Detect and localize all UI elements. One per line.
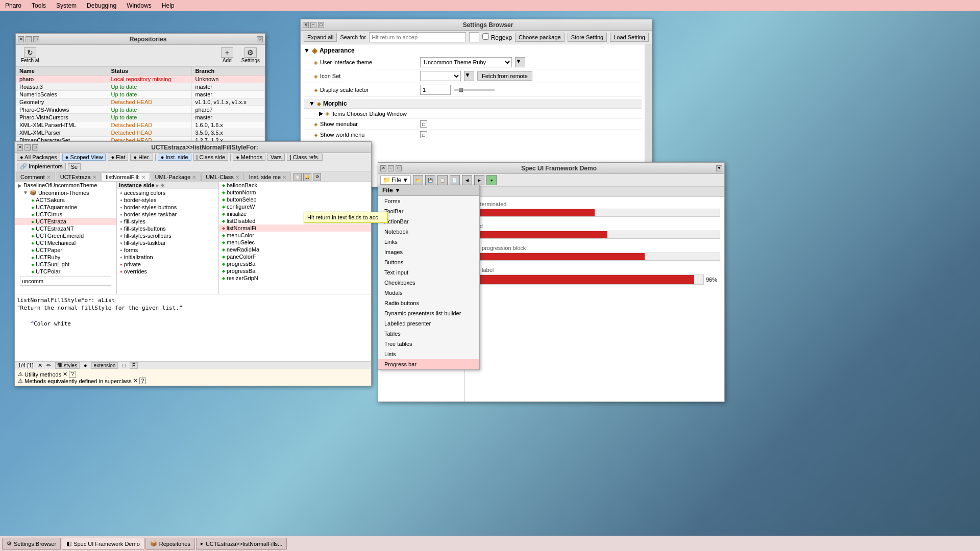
nav-methods[interactable]: ● Methods [233, 154, 265, 161]
mid-item-fill-styles-taskbar[interactable]: ● fill-styles-taskbar [117, 239, 218, 246]
worldmenu-checkbox[interactable]: □ [420, 131, 427, 138]
status-close[interactable]: ✕ [38, 362, 42, 369]
repos-maximize[interactable]: □ [33, 36, 39, 42]
file-menu-forms[interactable]: Forms [378, 196, 479, 206]
file-menu-btn[interactable]: 📁 File ▼ [380, 176, 411, 185]
tab-extra2[interactable]: 🔔 [303, 173, 311, 181]
tree-item-actsakura[interactable]: ● ACTSakura [15, 196, 116, 204]
store-setting-btn[interactable]: Store Setting [568, 33, 607, 42]
mid-item-overrides[interactable]: ● overrides [117, 268, 218, 275]
scale-input[interactable] [420, 85, 451, 95]
settings-maximize[interactable]: □ [318, 22, 324, 28]
toolbar-copy[interactable]: 📋 [437, 175, 448, 185]
menu-pharo[interactable]: Pharo [0, 1, 27, 10]
mid-item-private[interactable]: ● private [117, 261, 218, 268]
mid-item-fill-styles-scrollbars[interactable]: ● fill-styles-scrollbars [117, 232, 218, 239]
menu-system[interactable]: System [51, 1, 82, 10]
toolbar-paste[interactable]: 📄 [450, 175, 460, 185]
settings-search-input[interactable] [369, 32, 466, 42]
tree-item-uctsunlight[interactable]: ● UCTSunLight [15, 261, 116, 268]
file-menu-links[interactable]: Links [378, 237, 479, 247]
file-menu-tree-tables[interactable]: Tree tables [378, 339, 479, 349]
tab-listnormal-close[interactable]: ✕ [141, 174, 145, 180]
code-editor[interactable]: listNormalFillStyleFor: aList "Return th… [15, 294, 371, 361]
file-menu-tables[interactable]: Tables [378, 329, 479, 339]
choose-package-btn[interactable]: Choose package [515, 33, 565, 42]
mid-item-forms[interactable]: ● forms [117, 246, 218, 254]
file-menu-actionbar[interactable]: ActionBar [378, 216, 479, 227]
theme-dropdown[interactable]: Uncommon Theme Ruby [420, 57, 512, 67]
nav-flat[interactable]: ● Flat [108, 154, 128, 161]
file-menu-buttons[interactable]: Buttons [378, 257, 479, 267]
settings-btn[interactable]: ⚙ Settings [239, 46, 262, 64]
warning-x-2[interactable]: ✕ [133, 378, 138, 384]
fetch-btn[interactable]: ↻ Fetch al [19, 46, 41, 64]
repos-collapse[interactable]: ▽ [257, 36, 263, 42]
iconset-dropdown-arrow[interactable]: ▼ [464, 71, 474, 81]
menu-help[interactable]: Help [157, 1, 180, 10]
search-dropdown[interactable] [469, 32, 479, 42]
right-item-menuSelec[interactable]: ◆ menuSelec [219, 239, 371, 246]
tab-uml-package-close[interactable]: ✕ [192, 174, 196, 180]
col-status[interactable]: Status [108, 67, 192, 76]
file-menu-text-input[interactable]: Text input [378, 267, 479, 278]
file-menu-notebook[interactable]: Notebook [378, 227, 479, 237]
toolbar-refresh[interactable]: ● [486, 175, 497, 185]
repo-row-NumericScales[interactable]: NumericScales Up to date master [16, 91, 265, 98]
right-item-newRadioMa[interactable]: ◆ newRadioMa [219, 246, 371, 253]
tree-uncommon-themes[interactable]: ▼ 📦 Uncommon-Themes [15, 189, 116, 196]
tab-inst-side-me-close[interactable]: ✕ [282, 174, 286, 180]
tab-extra1[interactable]: 📋 [293, 173, 302, 181]
warning-help-1[interactable]: ? [69, 371, 76, 378]
tab-uctestraza-close[interactable]: ✕ [92, 174, 96, 180]
taskbar-spec-demo[interactable]: ◧ Spec UI Framework Demo [62, 538, 144, 550]
tab-uctestraza[interactable]: UCTEstraza ✕ [56, 172, 101, 181]
tab-inst-side-me[interactable]: Inst. side me ✕ [244, 172, 291, 181]
tab-uml-package[interactable]: UML-Package ✕ [151, 172, 201, 181]
nav-se[interactable]: Se [68, 163, 81, 170]
nav-scoped-view[interactable]: ● Scoped View [62, 154, 106, 161]
nav-inst-side[interactable]: ● Inst. side [158, 154, 191, 161]
browser-maximize[interactable]: □ [32, 144, 38, 151]
iconset-dropdown[interactable] [420, 71, 461, 81]
right-item-progressBa[interactable]: ◆ progressBa [219, 267, 371, 274]
nav-vars[interactable]: Vars [267, 154, 285, 161]
repo-row-pharo[interactable]: pharo Local repository missing Unknown [16, 76, 265, 83]
file-menu-checkboxes[interactable]: Checkboxes [378, 278, 479, 288]
menu-tools[interactable]: Tools [27, 1, 51, 10]
repo-row-Pharo-VistaCursors[interactable]: Pharo-VistaCursors Up to date master [16, 114, 265, 121]
settings-minimize[interactable]: − [310, 22, 316, 28]
spec-close[interactable]: ✕ [380, 165, 386, 171]
repo-row-XML-XMLParser[interactable]: XML-XMLParser Detached HEAD 3.5.0, 3.5.x [16, 129, 265, 137]
repo-row-XML-XMLParserHTML[interactable]: XML-XMLParserHTML Detached HEAD 1.6.0, 1… [16, 121, 265, 129]
mid-item-border-styles[interactable]: ● border-styles [117, 196, 218, 204]
browser-minimize[interactable]: − [24, 144, 31, 151]
spec-minimize[interactable]: − [388, 165, 394, 171]
tree-item-uctgreenemerald[interactable]: ● UCTGreenEmerald [15, 232, 116, 239]
file-menu-radio-buttons[interactable]: Radio buttons [378, 298, 479, 308]
nav-class-refs[interactable]: | Class refs. [287, 154, 323, 161]
file-menu-modals[interactable]: Modals [378, 288, 479, 298]
right-item-paneColorF[interactable]: ◆ paneColorF [219, 253, 371, 260]
col-name[interactable]: Name [16, 67, 108, 76]
spec-maximize[interactable]: □ [396, 165, 402, 171]
tab-comment-close[interactable]: ✕ [46, 174, 51, 180]
fetch-from-remote-btn[interactable]: Fetch from remote [477, 71, 532, 81]
scale-slider-thumb[interactable] [459, 88, 463, 92]
right-item-progressBa[interactable]: ◆ progressBa [219, 260, 371, 267]
mid-item-initialization[interactable]: ● initialization [117, 254, 218, 261]
tab-comment[interactable]: Comment ✕ [16, 172, 55, 181]
taskbar-repos[interactable]: 📦 Repositories [145, 538, 195, 550]
add-btn[interactable]: + Add [219, 46, 235, 64]
scale-slider[interactable] [454, 89, 495, 91]
taskbar-uctestraza[interactable]: ▸ UCTEstraza>>listNormalFills... [196, 538, 287, 550]
toolbar-open[interactable]: 📂 [413, 175, 423, 185]
filter-input[interactable] [20, 277, 111, 286]
tag-f[interactable]: F [130, 362, 138, 369]
tree-item-uctestrazant[interactable]: ● UCTEstrazaNT [15, 225, 116, 232]
settings-close[interactable]: ✕ [303, 22, 309, 28]
right-item-configureW[interactable]: ◆ configureW [219, 203, 371, 210]
file-menu-progress-bar[interactable]: Progress bar [378, 359, 479, 369]
nav-hier[interactable]: ● Hier. [130, 154, 153, 161]
tree-item-uctcirrus[interactable]: ● UCTCirrus [15, 211, 116, 218]
